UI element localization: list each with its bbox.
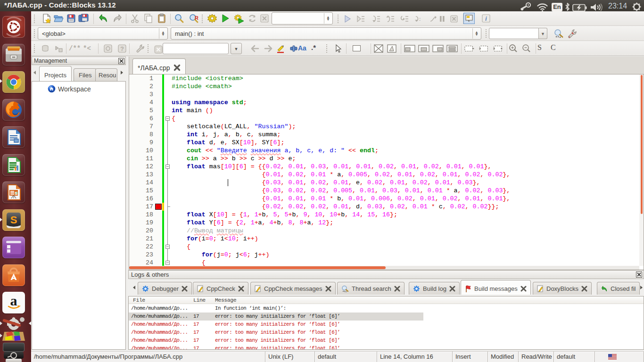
svg-text:S: S (10, 214, 17, 226)
svg-text::: : (419, 16, 421, 22)
svg-text:R: R (195, 15, 198, 21)
svg-text:a: a (10, 293, 17, 308)
svg-text:?: ? (120, 45, 124, 52)
